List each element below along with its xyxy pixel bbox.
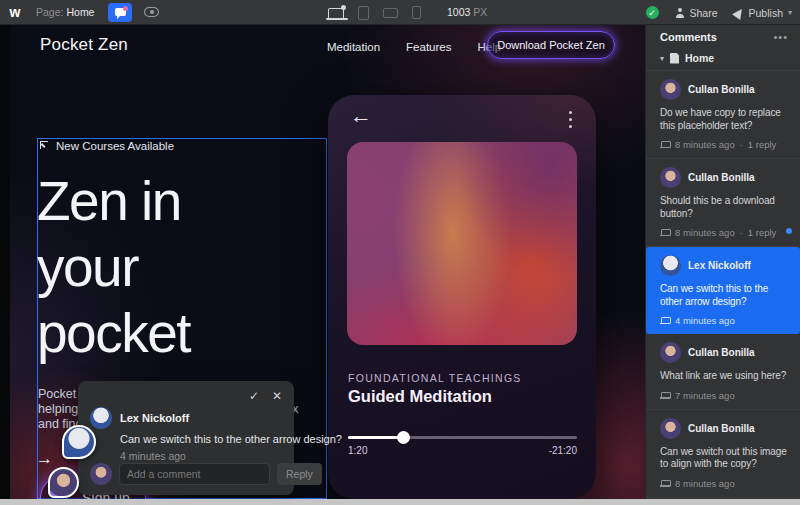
publish-label: Publish [749, 7, 783, 19]
breakpoint-phone-icon[interactable] [412, 6, 421, 19]
nav-features[interactable]: Features [406, 41, 451, 53]
hero-heading-line: your [37, 234, 190, 300]
webflow-logo[interactable]: w [0, 4, 30, 20]
resolve-check-icon[interactable]: ✓ [249, 389, 259, 403]
selection-corner-icon [40, 141, 48, 149]
download-pocket-zen-button[interactable]: Download Pocket Zen [487, 31, 615, 59]
design-canvas[interactable]: Pocket Zen Meditation Features Help Down… [10, 25, 645, 499]
player-progress-thumb[interactable] [397, 431, 410, 444]
time-remaining: -21:20 [549, 445, 577, 456]
meta-separator: · [740, 139, 743, 150]
reply-button[interactable]: Reply [277, 463, 322, 485]
player-times: 1:20 -21:20 [348, 445, 577, 456]
hero-eyebrow: New Courses Available [56, 140, 174, 152]
comment-time: 8 minutes ago [675, 478, 735, 489]
chevron-down-icon: ▾ [660, 54, 664, 63]
comment-time: 8 minutes ago [675, 139, 735, 150]
comment-message: Should this be a download button? [660, 195, 788, 220]
preview-eye-icon[interactable] [144, 7, 159, 17]
comment-item-selected[interactable]: Lex Nickoloff Can we switch this to the … [646, 247, 800, 334]
canvas-width-value: 1003 [447, 6, 470, 18]
breakpoint-desktop-icon[interactable] [328, 8, 344, 18]
comment-time: 7 minutes ago [675, 390, 735, 401]
breakpoint-tablet-icon[interactable] [358, 6, 369, 20]
popup-author-name: Lex Nickoloff [120, 412, 189, 424]
avatar [660, 167, 681, 188]
back-arrow-icon[interactable]: ← [350, 103, 372, 129]
hero-heading: Zen in your pocket [37, 168, 190, 366]
comment-replies[interactable]: 1 reply [748, 227, 777, 238]
page-icon [670, 53, 679, 64]
add-comment-input[interactable] [119, 463, 270, 485]
comment-replies[interactable]: 1 reply [748, 139, 777, 150]
comment-author: Lex Nickoloff [688, 260, 751, 271]
page-group-row[interactable]: ▾ Home [646, 48, 800, 71]
page-switcher[interactable]: Page:Home [36, 6, 94, 18]
unread-indicator [786, 228, 792, 234]
site-logo[interactable]: Pocket Zen [40, 35, 128, 55]
meditation-title: Guided Meditation [348, 387, 492, 406]
comment-author: Cullan Bonilla [688, 347, 755, 358]
kebab-menu-icon[interactable] [569, 111, 572, 132]
avatar [660, 79, 681, 100]
comment-item[interactable]: Cullan Bonilla Can we switch out this im… [646, 410, 800, 498]
window-bottom-edge [0, 499, 800, 505]
popup-message: Can we switch this to the other arrow de… [120, 433, 282, 446]
comment-time: 4 minutes ago [675, 315, 735, 326]
avatar [660, 255, 681, 276]
popup-timestamp: 4 minutes ago [120, 450, 282, 462]
player-progress-fill [348, 436, 403, 439]
page-value: Home [66, 6, 94, 18]
hero-heading-line: pocket [37, 300, 190, 366]
time-elapsed: 1:20 [348, 445, 367, 456]
breakpoint-landscape-icon[interactable] [383, 8, 398, 18]
share-button[interactable]: Share [675, 7, 718, 19]
avatar [660, 342, 681, 363]
avatar [90, 407, 112, 429]
saved-status-icon: ✓ [646, 6, 659, 19]
breakpoint-mini-icon [660, 480, 670, 487]
panel-menu-icon[interactable]: ••• [773, 31, 788, 43]
top-toolbar: w Page:Home 1003PX ✓ Share Publish▾ [0, 0, 800, 25]
comment-item[interactable]: Cullan Bonilla Should this be a download… [646, 159, 800, 247]
person-icon [675, 8, 685, 18]
breakpoint-mini-icon [660, 229, 670, 236]
avatar [90, 463, 112, 485]
comment-author: Cullan Bonilla [688, 84, 755, 95]
site-nav: Meditation Features Help [327, 41, 501, 53]
comment-author: Cullan Bonilla [688, 423, 755, 434]
meta-separator: · [740, 227, 743, 238]
comments-panel: Comments ••• ▾ Home Cullan Bonilla Do we… [645, 25, 800, 505]
meditation-category: FOUNDATIONAL TEACHINGS [348, 372, 522, 384]
page-label: Page: [36, 6, 63, 18]
player-progress-track[interactable] [348, 436, 577, 439]
hero-arrow-link[interactable]: → [36, 449, 53, 469]
comment-item[interactable]: Cullan Bonilla What link are we using he… [646, 334, 800, 410]
nav-meditation[interactable]: Meditation [327, 41, 380, 53]
comment-item[interactable]: Cullan Bonilla Do we have copy to replac… [646, 71, 800, 159]
phone-mockup: ← FOUNDATIONAL TEACHINGS Guided Meditati… [328, 95, 596, 499]
comments-panel-title: Comments [660, 31, 717, 43]
comment-pin-lex[interactable] [62, 425, 96, 459]
comment-mode-button[interactable] [108, 3, 132, 22]
comment-message: Do we have copy to replace this placehol… [660, 107, 788, 132]
comment-time: 8 minutes ago [675, 227, 735, 238]
comment-author: Cullan Bonilla [688, 172, 755, 183]
comment-message: What link are we using here? [660, 370, 788, 383]
publish-button[interactable]: Publish▾ [734, 7, 792, 19]
breakpoint-mini-icon [660, 392, 670, 399]
breakpoint-mini-icon [660, 141, 670, 148]
comment-popup: ✓ ✕ Lex Nickoloff Can we switch this to … [78, 381, 294, 495]
page-group-label: Home [685, 52, 714, 64]
close-icon[interactable]: ✕ [272, 389, 282, 403]
publish-icon [732, 6, 746, 20]
meditation-artwork [347, 142, 577, 345]
breakpoint-mini-icon [660, 317, 670, 324]
chevron-down-icon: ▾ [788, 8, 792, 17]
webflow-editor-window: w Page:Home 1003PX ✓ Share Publish▾ Pock… [0, 0, 800, 505]
comment-pin-cullan[interactable] [48, 467, 79, 498]
canvas-width-unit: PX [473, 6, 487, 18]
avatar [660, 418, 681, 439]
comment-message: Can we switch out this image to align wi… [660, 446, 788, 471]
breakpoint-switcher [328, 0, 421, 25]
